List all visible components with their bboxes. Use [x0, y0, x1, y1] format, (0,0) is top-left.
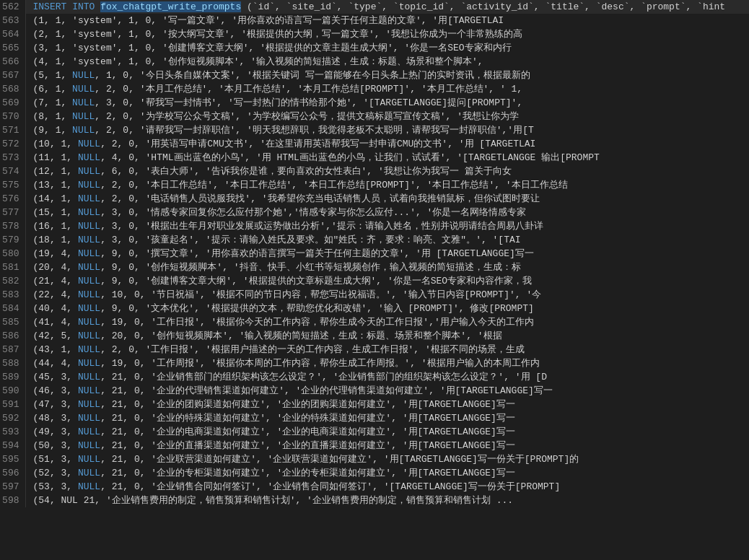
line-number: 566 [0, 55, 25, 69]
code-line: (53, 3, NULL, 21, 0, '企业销售合同如何签订', '企业销售… [25, 480, 749, 494]
table-row: 580(19, 4, NULL, 9, 0, '撰写文章', '用你喜欢的语言撰… [0, 247, 749, 261]
code-token: (44, 4, [33, 358, 78, 369]
table-row: 570(8, 1, NULL, 2, 0, '为学校写公众号文稿', '为学校编… [0, 110, 749, 123]
line-number: 574 [0, 165, 25, 178]
code-token: NULL [78, 139, 100, 149]
code-token: , 2, 0, '请帮我写一封辞职信', '明天我想辞职，我觉得老板不太聪明，请… [95, 125, 533, 136]
code-line: (3, 1, 'system', 1, 0, '创建博客文章大纲', '根据提供… [25, 41, 749, 55]
code-line: (22, 4, NULL, 10, 0, '节日祝福', '根据不同的节日内容，… [25, 288, 749, 302]
table-row: 598(54, NUL 21, '企业销售费用的制定，销售预算和销售计划', '… [0, 494, 749, 507]
code-token: (12, 1, [33, 166, 78, 177]
line-number: 575 [0, 178, 25, 192]
line-number: 584 [0, 302, 25, 315]
code-token: NULL [72, 111, 95, 122]
table-row: 596(52, 3, NULL, 21, 0, '企业的专柜渠道如何建立', '… [0, 466, 749, 480]
code-token: , 2, 0, '为学校写公众号文稿', '为学校编写公众号，提供文稿标题写宣传… [95, 111, 519, 122]
code-token: NULL [78, 454, 100, 465]
code-line: (49, 3, NULL, 21, 0, '企业的电商渠道如何建立', '企业的… [25, 425, 749, 439]
line-number: 583 [0, 288, 25, 302]
table-row: 576(14, 1, NULL, 2, 0, '电话销售人员说服我找', '我希… [0, 192, 749, 206]
table-row: 588(44, 4, NULL, 19, 0, '工作周报', '根据你本周的工… [0, 356, 749, 370]
table-row: 579(18, 1, NULL, 3, 0, '孩童起名', '提示：请输入姓氏… [0, 233, 749, 247]
table-row: 595(51, 3, NULL, 21, 0, '企业联营渠道如何建立', '企… [0, 452, 749, 466]
code-token: (7, 1, [33, 97, 73, 108]
code-token [66, 1, 72, 12]
code-token: , 9, 0, '撰写文章', '用你喜欢的语言撰写一篇关于任何主题的文章', … [100, 248, 534, 259]
code-line: (41, 4, NULL, 19, 0, '工作日报', '根据你今天的工作内容… [25, 315, 749, 329]
code-line: (40, 4, NULL, 9, 0, '文本优化', '根据提供的文本，帮助您… [25, 302, 749, 315]
code-line: (21, 4, NULL, 9, 0, '创建博客文章大纲', '根据提供的文章… [25, 274, 749, 288]
code-line: (12, 1, NULL, 6, 0, '表白大师', '告诉我你是谁，要向喜欢… [25, 165, 749, 178]
code-line: (10, 1, NULL, 2, 0, '用英语写申请CMU文书', '在这里请… [25, 137, 749, 151]
code-token: (48, 3, [33, 413, 78, 424]
line-number: 596 [0, 466, 25, 480]
code-table: 562INSERT INTO fox_chatgpt_write_prompts… [0, 0, 749, 507]
code-token: NULL [78, 399, 100, 410]
code-token: , 3, 0, '情感专家回复你怎么应付那个她','情感专家与你怎么应付...'… [100, 207, 526, 218]
table-row: 590(46, 3, NULL, 21, 0, '企业的代理销售渠道如何建立',… [0, 384, 749, 398]
code-token: (4, 1, 'system', 1, 0, '创作短视频脚本', '输入视频的… [33, 56, 483, 67]
code-token: NULL [78, 276, 100, 286]
code-token: (6, 1, [33, 84, 73, 95]
code-line: (1, 1, 'system', 1, 0, '写一篇文章', '用你喜欢的语言… [25, 14, 749, 27]
table-row: 573(11, 1, NULL, 4, 0, 'HTML画出蓝色的小鸟', '用… [0, 151, 749, 165]
line-number: 565 [0, 41, 25, 55]
line-number: 592 [0, 411, 25, 425]
table-row: 565(3, 1, 'system', 1, 0, '创建博客文章大纲', '根… [0, 41, 749, 55]
code-token: NULL [78, 180, 100, 191]
code-line: (43, 1, NULL, 2, 0, '工作日报', '根据用户描述的一天的工… [25, 343, 749, 356]
line-number: 568 [0, 82, 25, 96]
code-token: , 2, 0, '电话销售人员说服我找', '我希望你充当电话销售人员，试着向我… [100, 193, 539, 204]
code-token: , 2, 0, '工作日报', '根据用户描述的一天的工作内容，生成工作日报',… [100, 344, 525, 355]
table-row: 567(5, 1, NULL, 1, 0, '今日头条自媒体文案', '根据关键… [0, 69, 749, 82]
code-token: NULL [78, 235, 100, 245]
table-row: 591(47, 3, NULL, 21, 0, '企业的团购渠道如何建立', '… [0, 398, 749, 411]
code-token: , 21, 0, '企业的专柜渠道如何建立', '企业的专柜渠道如何建立', '… [100, 468, 515, 478]
code-line: (4, 1, 'system', 1, 0, '创作短视频脚本', '输入视频的… [25, 55, 749, 69]
line-number: 594 [0, 439, 25, 452]
code-line: (42, 5, NULL, 20, 0, '创作短视频脚本', '输入视频的简短… [25, 329, 749, 343]
code-token: , 21, 0, '企业的团购渠道如何建立', '企业的团购渠道如何建立', '… [100, 399, 515, 410]
line-number: 590 [0, 384, 25, 398]
line-number: 597 [0, 480, 25, 494]
code-token: NULL [78, 289, 100, 300]
code-line: (6, 1, NULL, 2, 0, '本月工作总结', '本月工作总结', '… [25, 82, 749, 96]
code-token: , 21, 0, '企业的电商渠道如何建立', '企业的电商渠道如何建立', '… [100, 426, 515, 437]
table-row: 571(9, 1, NULL, 2, 0, '请帮我写一封辞职信', '明天我想… [0, 123, 749, 137]
code-line: (47, 3, NULL, 21, 0, '企业的团购渠道如何建立', '企业的… [25, 398, 749, 411]
code-token: (52, 3, [33, 468, 78, 478]
code-token: , 21, 0, '企业联营渠道如何建立', '企业联营渠道如何建立', '用[… [100, 454, 579, 465]
code-line: (44, 4, NULL, 19, 0, '工作周报', '根据你本周的工作内容… [25, 356, 749, 370]
line-number: 571 [0, 123, 25, 137]
code-token: , 21, 0, '企业的代理销售渠道如何建立', '企业的代理销售渠道如何建立… [100, 385, 553, 396]
table-row: 563(1, 1, 'system', 1, 0, '写一篇文章', '用你喜欢… [0, 14, 749, 27]
code-token: NULL [78, 331, 100, 341]
code-token: (20, 4, [33, 262, 78, 273]
code-line: (8, 1, NULL, 2, 0, '为学校写公众号文稿', '为学校编写公众… [25, 110, 749, 123]
code-line: (13, 1, NULL, 2, 0, '本日工作总结', '本日工作总结', … [25, 178, 749, 192]
table-row: 578(16, 1, NULL, 3, 0, '根据出生年月对职业发展或运势做出… [0, 219, 749, 233]
code-token: NULL [72, 70, 95, 81]
code-token: , 3, 0, '帮我写一封情书', '写一封热门的情书给那个她', '[TAR… [95, 97, 522, 108]
line-number: 593 [0, 425, 25, 439]
line-number: 581 [0, 261, 25, 274]
code-token: , 2, 0, '本月工作总结', '本月工作总结', '本月工作总结[PROM… [95, 84, 522, 95]
code-token: INTO [72, 1, 95, 12]
table-row: 564(2, 1, 'system', 1, 0, '按大纲写文章', '根据提… [0, 27, 749, 41]
code-token: NULL [72, 84, 95, 95]
code-token: (41, 4, [33, 317, 78, 328]
code-line: (15, 1, NULL, 3, 0, '情感专家回复你怎么应付那个她','情感… [25, 206, 749, 219]
code-token: NULL [78, 207, 100, 218]
table-row: 569(7, 1, NULL, 3, 0, '帮我写一封情书', '写一封热门的… [0, 96, 749, 110]
code-token: (16, 1, [33, 221, 78, 232]
code-token: , 9, 0, '创建博客文章大纲', '根据提供的文章标题生成大纲', '你是… [100, 276, 532, 286]
code-token: NULL [78, 481, 100, 492]
table-row: 566(4, 1, 'system', 1, 0, '创作短视频脚本', '输入… [0, 55, 749, 69]
code-token: , 3, 0, '根据出生年月对职业发展或运势做出分析','提示：请输入姓名，性… [100, 221, 543, 232]
line-number: 578 [0, 219, 25, 233]
code-line: (46, 3, NULL, 21, 0, '企业的代理销售渠道如何建立', '企… [25, 384, 749, 398]
code-token: (11, 1, [33, 152, 78, 163]
code-token: , 3, 0, '孩童起名', '提示：请输入姓氏及要求。如"姓氏：齐，要求：响… [100, 235, 520, 245]
code-token: (42, 5, [33, 331, 78, 341]
code-line: (20, 4, NULL, 9, 0, '创作短视频脚本', '抖音、快手、小红… [25, 261, 749, 274]
